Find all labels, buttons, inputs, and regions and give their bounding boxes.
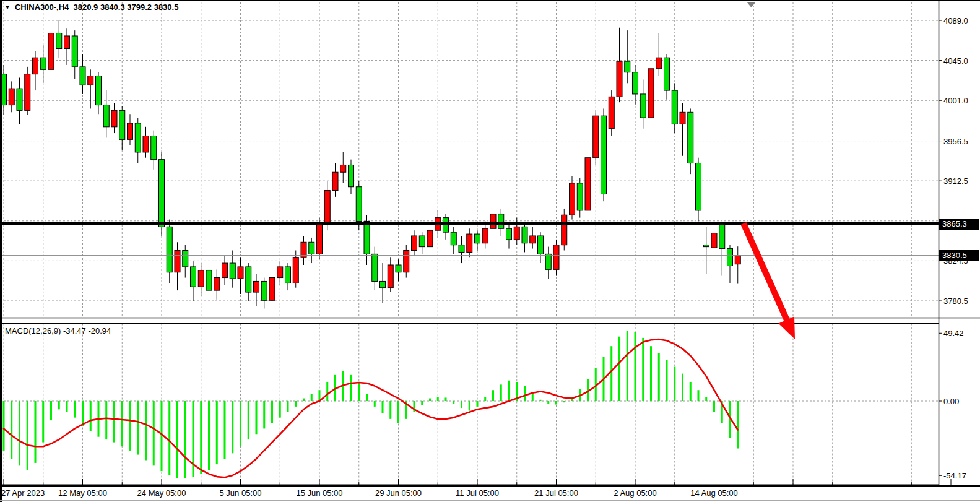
candle-up <box>111 103 117 133</box>
symbol-dropdown-icon[interactable]: ▼ <box>4 3 11 11</box>
candle-body <box>656 58 662 69</box>
candle-down <box>522 223 527 252</box>
candle-up <box>33 51 38 90</box>
candle-up <box>143 127 149 158</box>
candle-down <box>17 78 22 124</box>
macd-bar <box>658 353 660 401</box>
macd-bar <box>224 401 226 459</box>
macd-bar <box>540 400 542 401</box>
trend-arrow-annotation[interactable] <box>744 223 795 339</box>
candle-down <box>56 20 62 58</box>
candle-body <box>380 281 386 287</box>
macd-bar <box>666 360 668 401</box>
macd-bar <box>453 401 454 404</box>
macd-bar <box>74 401 76 418</box>
candle-body <box>17 89 22 110</box>
candle-body <box>349 165 354 186</box>
macd-bar <box>279 401 281 418</box>
candle-down <box>40 45 46 84</box>
macd-bar <box>295 401 297 407</box>
candle-body <box>96 76 102 105</box>
macd-bar <box>737 401 739 449</box>
candle-up <box>340 152 346 183</box>
candle-body <box>72 36 77 67</box>
candle-body <box>119 110 125 139</box>
candle-body <box>475 234 480 243</box>
candle-up <box>593 110 599 165</box>
time-axis-label: 24 May 05:00 <box>137 488 186 498</box>
candle-body <box>506 228 512 240</box>
candle-body <box>151 136 157 159</box>
macd-bar <box>389 401 391 419</box>
candle-down <box>96 72 102 115</box>
candle-body <box>206 270 212 290</box>
macd-bar <box>610 346 612 401</box>
candle-body <box>56 33 62 49</box>
candle-body <box>214 278 220 291</box>
time-axis-label: 2 Aug 05:00 <box>614 488 656 498</box>
candle-body <box>80 67 85 85</box>
candle-body <box>372 254 378 281</box>
window-left-border <box>0 0 2 502</box>
candle-body <box>562 215 567 245</box>
candle-body <box>601 116 607 194</box>
candle-up <box>514 218 519 245</box>
macd-bar <box>650 346 652 401</box>
candle-down <box>443 214 449 240</box>
macd-bar <box>642 338 644 401</box>
macd-bar <box>184 401 186 478</box>
candle-down <box>103 90 109 137</box>
candle-body <box>324 191 330 224</box>
macd-bar <box>326 382 328 401</box>
candle-body <box>48 33 54 70</box>
candle-down <box>349 160 354 194</box>
candle-body <box>175 251 180 272</box>
macd-bar <box>682 374 683 401</box>
price-axis-label: 4001.0 <box>943 96 968 105</box>
candle-body <box>672 90 677 124</box>
macd-bar <box>445 397 447 401</box>
candle-body <box>356 187 362 222</box>
macd-bar <box>200 401 202 474</box>
candle-down <box>167 220 172 283</box>
candle-body <box>191 267 196 287</box>
candle-down <box>151 131 157 170</box>
candle-body <box>40 58 46 69</box>
chart-title-ohlc: CHINA300-,H4 3820.9 3840.3 3799.2 3830.5 <box>15 2 179 12</box>
candle-up <box>609 90 614 136</box>
candle-up <box>427 224 433 251</box>
candle-up <box>9 81 14 112</box>
macd-bar <box>121 401 123 446</box>
macd-bar <box>690 382 692 401</box>
candle-body <box>735 256 740 264</box>
macd-bar <box>161 401 163 471</box>
macd-bar <box>208 401 210 470</box>
time-axis-label: 27 Apr 2023 <box>1 488 45 498</box>
macd-bar <box>113 401 115 443</box>
candle-body <box>617 61 622 97</box>
time-axis-label: 14 Aug 05:00 <box>690 488 738 498</box>
time-axis-label: 21 Jul 05:00 <box>534 488 578 498</box>
candle-down <box>285 263 291 290</box>
candle-up <box>553 240 559 276</box>
candle-down <box>246 263 251 301</box>
candle-body <box>498 214 504 228</box>
macd-bar <box>129 401 131 451</box>
candle-down <box>664 54 670 99</box>
candle-body <box>293 257 298 283</box>
candle-up <box>680 103 685 156</box>
candle-body <box>364 222 370 254</box>
candle-body <box>128 123 133 139</box>
candle-down <box>309 238 314 263</box>
time-axis-label: 15 Jun 05:00 <box>296 488 342 498</box>
macd-bar <box>105 401 107 439</box>
candle-body <box>680 112 685 124</box>
candle-body <box>625 61 630 72</box>
macd-bar <box>42 401 44 443</box>
macd-bar <box>263 401 265 428</box>
candle-body <box>9 89 14 105</box>
candle-down <box>119 106 125 150</box>
candle-body <box>585 158 591 210</box>
candle-up <box>656 33 662 76</box>
chart-canvas[interactable] <box>0 0 980 502</box>
